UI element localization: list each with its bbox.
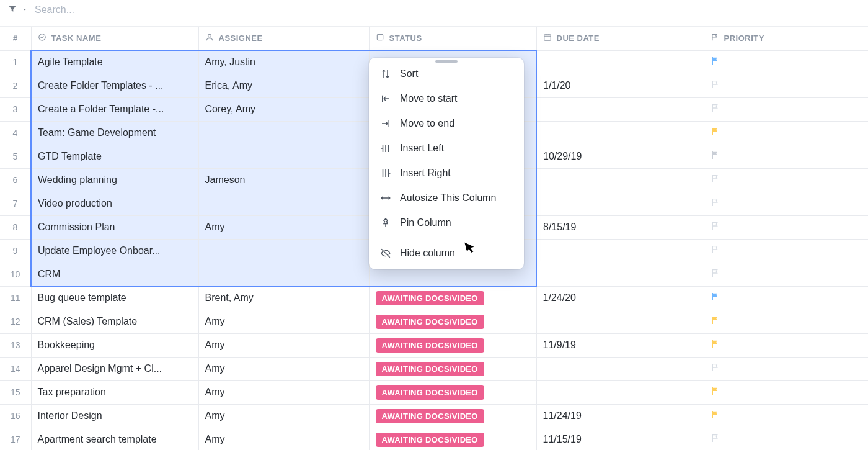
cell-assignee[interactable]: Corey, Amy: [198, 97, 369, 121]
table-row[interactable]: 13BookkeepingAmyAWAITING DOCS/VIDEO11/9/…: [0, 333, 868, 357]
cell-task-name[interactable]: Create a Folder Template -...: [31, 97, 198, 121]
cell-status[interactable]: AWAITING DOCS/VIDEO: [369, 380, 536, 404]
cell-due-date[interactable]: 8/15/19: [536, 215, 704, 239]
cell-task-name[interactable]: Wedding planning: [31, 168, 198, 192]
cell-assignee[interactable]: Brent, Amy: [198, 286, 369, 310]
cell-task-name[interactable]: Update Employee Onboar...: [31, 239, 198, 263]
filter-button[interactable]: [7, 4, 29, 16]
cell-assignee[interactable]: Amy: [198, 404, 369, 428]
cell-priority[interactable]: [704, 333, 868, 357]
cell-assignee[interactable]: Amy, Justin: [198, 50, 369, 74]
cell-status[interactable]: AWAITING DOCS/VIDEO: [369, 333, 536, 357]
cell-task-name[interactable]: CRM: [31, 263, 198, 286]
menu-move-to-start[interactable]: Move to start: [369, 86, 524, 111]
cell-status[interactable]: AWAITING DOCS/VIDEO: [369, 404, 536, 428]
cell-due-date[interactable]: [536, 121, 704, 145]
cell-task-name[interactable]: Interior Design: [31, 404, 198, 428]
cell-priority[interactable]: [704, 286, 868, 310]
column-header-priority[interactable]: PRIORITY: [704, 27, 868, 50]
cell-due-date[interactable]: [536, 50, 704, 74]
menu-insert-left[interactable]: Insert Left: [369, 136, 524, 161]
cell-priority[interactable]: [704, 121, 868, 145]
cell-task-name[interactable]: Apartment search template: [31, 428, 198, 450]
cell-due-date[interactable]: [536, 192, 704, 215]
cell-priority[interactable]: [704, 168, 868, 192]
column-header-status[interactable]: STATUS: [369, 27, 536, 50]
pin-icon: [380, 217, 391, 228]
cell-priority[interactable]: [704, 215, 868, 239]
column-header-due-date[interactable]: DUE DATE: [536, 27, 704, 50]
cell-due-date[interactable]: [536, 263, 704, 286]
cell-priority[interactable]: [704, 380, 868, 404]
table-row[interactable]: 17Apartment search templateAmyAWAITING D…: [0, 428, 868, 450]
cell-priority[interactable]: [704, 192, 868, 215]
column-header-assignee[interactable]: ASSIGNEE: [198, 27, 369, 50]
cell-assignee[interactable]: Amy: [198, 380, 369, 404]
cell-task-name[interactable]: CRM (Sales) Template: [31, 310, 198, 333]
cell-status[interactable]: AWAITING DOCS/VIDEO: [369, 310, 536, 333]
table-row[interactable]: 14Apparel Design Mgmt + Cl...AmyAWAITING…: [0, 357, 868, 380]
menu-insert-right[interactable]: Insert Right: [369, 161, 524, 186]
table-row[interactable]: 16Interior DesignAmyAWAITING DOCS/VIDEO1…: [0, 404, 868, 428]
cell-due-date[interactable]: [536, 239, 704, 263]
cell-assignee[interactable]: Amy: [198, 428, 369, 450]
cell-task-name[interactable]: Video production: [31, 192, 198, 215]
cell-due-date[interactable]: [536, 380, 704, 404]
table-row[interactable]: 12CRM (Sales) TemplateAmyAWAITING DOCS/V…: [0, 310, 868, 333]
cell-status[interactable]: AWAITING DOCS/VIDEO: [369, 428, 536, 450]
cell-priority[interactable]: [704, 263, 868, 286]
cell-assignee[interactable]: Jameson: [198, 168, 369, 192]
cell-due-date[interactable]: 11/15/19: [536, 428, 704, 450]
search-input[interactable]: [35, 4, 283, 16]
cell-assignee[interactable]: [198, 121, 369, 145]
cell-assignee[interactable]: Amy: [198, 333, 369, 357]
cell-assignee[interactable]: Amy: [198, 357, 369, 380]
cell-due-date[interactable]: [536, 357, 704, 380]
column-header-number[interactable]: #: [0, 27, 31, 50]
cell-task-name[interactable]: GTD Template: [31, 145, 198, 168]
cell-priority[interactable]: [704, 428, 868, 450]
cell-priority[interactable]: [704, 74, 868, 97]
cell-due-date[interactable]: 1/1/20: [536, 74, 704, 97]
cell-due-date[interactable]: [536, 168, 704, 192]
cell-status[interactable]: AWAITING DOCS/VIDEO: [369, 357, 536, 380]
cell-assignee[interactable]: [198, 239, 369, 263]
cell-task-name[interactable]: Bookkeeping: [31, 333, 198, 357]
cell-priority[interactable]: [704, 404, 868, 428]
cell-due-date[interactable]: [536, 97, 704, 121]
cell-assignee[interactable]: [198, 145, 369, 168]
cell-task-name[interactable]: Bug queue template: [31, 286, 198, 310]
menu-hide-column[interactable]: Hide column: [369, 241, 524, 266]
cell-priority[interactable]: [704, 310, 868, 333]
cell-assignee[interactable]: Amy: [198, 215, 369, 239]
cell-priority[interactable]: [704, 97, 868, 121]
cell-due-date[interactable]: 11/24/19: [536, 404, 704, 428]
cell-priority[interactable]: [704, 357, 868, 380]
table-row[interactable]: 15Tax preparationAmyAWAITING DOCS/VIDEO: [0, 380, 868, 404]
menu-pin-column[interactable]: Pin Column: [369, 210, 524, 235]
cell-due-date[interactable]: [536, 310, 704, 333]
cell-task-name[interactable]: Create Folder Templates - ...: [31, 74, 198, 97]
column-header-task-name[interactable]: TASK NAME: [31, 27, 198, 50]
menu-move-to-end[interactable]: Move to end: [369, 111, 524, 136]
cell-priority[interactable]: [704, 239, 868, 263]
cell-task-name[interactable]: Commission Plan: [31, 215, 198, 239]
cell-task-name[interactable]: Team: Game Development: [31, 121, 198, 145]
cell-due-date[interactable]: 10/29/19: [536, 145, 704, 168]
cell-task-name[interactable]: Tax preparation: [31, 380, 198, 404]
cell-assignee[interactable]: [198, 263, 369, 286]
menu-sort[interactable]: Sort: [369, 61, 524, 86]
cell-assignee[interactable]: Erica, Amy: [198, 74, 369, 97]
cell-priority[interactable]: [704, 50, 868, 74]
table-row[interactable]: 11Bug queue templateBrent, AmyAWAITING D…: [0, 286, 868, 310]
cell-task-name[interactable]: Agile Template: [31, 50, 198, 74]
priority-flag-icon: [711, 315, 720, 325]
cell-task-name[interactable]: Apparel Design Mgmt + Cl...: [31, 357, 198, 380]
menu-autosize-column[interactable]: Autosize This Column: [369, 186, 524, 210]
cell-assignee[interactable]: Amy: [198, 310, 369, 333]
cell-due-date[interactable]: 11/9/19: [536, 333, 704, 357]
cell-status[interactable]: AWAITING DOCS/VIDEO: [369, 286, 536, 310]
cell-assignee[interactable]: [198, 192, 369, 215]
cell-due-date[interactable]: 1/24/20: [536, 286, 704, 310]
cell-priority[interactable]: [704, 145, 868, 168]
